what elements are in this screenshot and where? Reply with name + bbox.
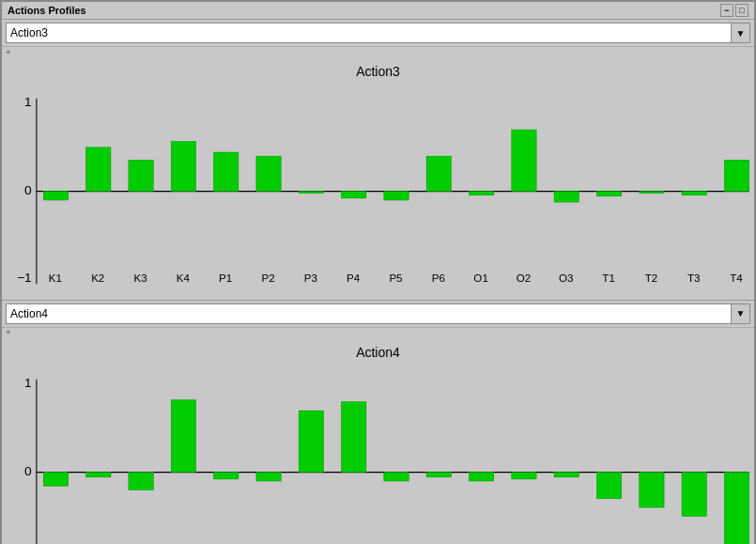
svg-rect-64 [469,472,493,480]
svg-rect-62 [426,472,451,476]
resize-handle-2[interactable]: + [2,328,754,337]
chart-svg-element-1: 1 0 −1 K1 K2 K3 [2,79,754,294]
svg-rect-33 [640,192,664,194]
svg-rect-27 [512,130,536,192]
panel-action4: Action4 Action1 Action2 Action3 Action5 … [2,301,754,544]
svg-rect-13 [214,152,239,192]
svg-rect-5 [43,192,68,200]
svg-text:T1: T1 [602,272,615,284]
title-bar: Actions Profiles − □ [2,2,754,20]
chart-title-1: Action3 [2,56,754,79]
chart-svg-1: 1 0 −1 K1 K2 K3 [2,79,754,294]
svg-text:P2: P2 [261,272,274,284]
main-window: Actions Profiles − □ Action3 Action1 Act… [0,0,756,544]
chart-title-2: Action4 [2,337,754,360]
window-title: Actions Profiles [8,5,86,16]
resize-handle-1[interactable]: + [2,47,754,56]
svg-rect-46 [86,472,111,476]
svg-rect-17 [299,192,323,194]
maximize-button[interactable]: □ [735,4,748,17]
action3-dropdown[interactable]: Action3 Action1 Action2 Action4 Action5 [6,23,732,43]
svg-rect-21 [384,192,409,200]
svg-rect-52 [214,472,239,478]
svg-rect-76 [724,472,748,544]
svg-text:O3: O3 [559,272,573,284]
title-bar-buttons: − □ [720,4,748,17]
svg-rect-29 [554,192,579,202]
svg-text:T3: T3 [687,272,701,284]
svg-text:P4: P4 [347,272,361,284]
chart-area-1: Action3 1 0 −1 K1 K2 [2,56,754,300]
svg-rect-72 [640,472,664,506]
svg-text:1: 1 [24,376,32,390]
svg-text:P6: P6 [432,272,445,284]
action3-dropdown-arrow[interactable]: ▼ [732,23,750,43]
svg-rect-7 [86,148,111,192]
svg-rect-25 [469,192,493,195]
svg-rect-50 [171,400,195,473]
svg-rect-54 [256,472,281,480]
svg-rect-74 [682,472,706,516]
svg-rect-9 [129,160,153,191]
action4-dropdown[interactable]: Action4 Action1 Action2 Action3 Action5 [6,303,732,324]
svg-text:K4: K4 [177,272,191,284]
svg-rect-19 [342,192,366,198]
svg-text:O2: O2 [517,272,531,284]
svg-text:P5: P5 [389,272,402,284]
chart-area-2: Action4 1 0 −1 K1 K2 [2,337,754,544]
svg-rect-15 [256,156,281,191]
svg-text:T4: T4 [730,272,743,284]
svg-text:−1: −1 [17,271,32,285]
svg-rect-70 [596,472,621,498]
svg-text:P1: P1 [219,272,232,284]
svg-rect-37 [724,160,748,191]
svg-rect-60 [384,472,409,480]
action4-dropdown-arrow[interactable]: ▼ [732,303,750,324]
svg-rect-58 [342,402,366,473]
svg-rect-66 [512,472,536,478]
svg-rect-23 [426,156,451,191]
panel-action3: Action3 Action1 Action2 Action4 Action5 … [2,20,754,301]
svg-text:P3: P3 [304,272,317,284]
svg-rect-44 [43,472,68,486]
svg-rect-56 [299,411,323,473]
dropdown-row-1: Action3 Action1 Action2 Action4 Action5 … [2,20,754,47]
svg-text:O1: O1 [473,272,487,284]
svg-text:K3: K3 [133,272,147,284]
svg-rect-35 [682,192,706,195]
chart-svg-element-2: 1 0 −1 K1 K2 K3 [2,360,754,544]
svg-text:K2: K2 [91,272,104,284]
svg-rect-48 [129,472,153,490]
minimize-button[interactable]: − [720,4,733,17]
svg-text:0: 0 [24,464,32,478]
svg-text:T2: T2 [645,272,658,284]
svg-text:K1: K1 [49,272,62,284]
svg-rect-11 [171,142,195,192]
dropdown-row-2: Action4 Action1 Action2 Action3 Action5 … [2,301,754,328]
svg-text:0: 0 [24,183,32,197]
chart-svg-2: 1 0 −1 K1 K2 K3 [2,360,754,544]
svg-rect-31 [596,192,621,196]
svg-text:1: 1 [24,95,32,109]
svg-rect-68 [554,472,579,476]
